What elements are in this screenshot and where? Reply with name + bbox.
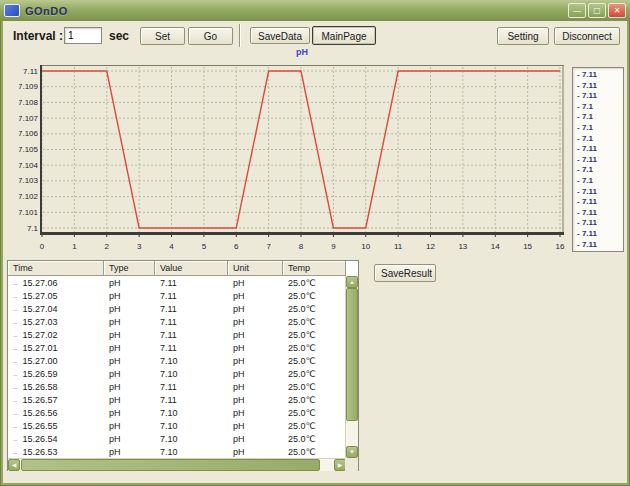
table-cell: 25.0℃ [283,382,346,392]
save-result-button[interactable]: SaveResult [374,264,436,282]
table-cell: –15.27.02 [8,330,104,340]
table-cell: –15.27.06 [8,278,104,288]
value-list-item[interactable]: - 7.1 [577,134,623,145]
table-cell: 25.0℃ [283,304,346,314]
table-cell: 25.0℃ [283,356,346,366]
value-list-item[interactable]: - 7.1 [577,176,623,187]
column-header-unit[interactable]: Unit [228,261,283,276]
table-row[interactable]: –15.26.58pH7.11pH25.0℃ [8,380,346,393]
tree-dash-icon: – [13,357,17,366]
table-row[interactable]: –15.26.55pH7.10pH25.0℃ [8,419,346,432]
x-axis-labels: 012345678910111213141516 [40,21,564,261]
y-tick-label: 7.104 [19,161,38,170]
titlebar: GOnDO — ▢ ✕ [0,0,630,21]
table-cell: 7.10 [155,447,228,457]
horizontal-scrollbar[interactable]: ◀ ▶ [8,458,346,471]
table-cell: 25.0℃ [283,291,346,301]
table-cell: pH [104,395,155,405]
x-tick-label: 3 [129,242,149,251]
table-cell: –15.26.57 [8,395,104,405]
close-button[interactable]: ✕ [608,3,626,18]
table-row[interactable]: –15.26.54pH7.10pH25.0℃ [8,432,346,445]
table-cell: pH [104,304,155,314]
client-area: Interval : sec Set Go SaveData MainPage … [3,21,627,483]
value-list[interactable]: - 7.11- 7.11- 7.11- 7.1- 7.1- 7.1- 7.1- … [572,67,624,252]
minimize-icon: — [573,6,581,15]
table-row[interactable]: –15.27.01pH7.11pH25.0℃ [8,341,346,354]
value-list-item[interactable]: - 7.11 [577,197,623,208]
value-list-item[interactable]: - 7.11 [577,81,623,92]
table-row[interactable]: –15.27.06pH7.11pH25.0℃ [8,276,346,289]
value-list-item[interactable]: - 7.1 [577,112,623,123]
value-list-item[interactable]: - 7.11 [577,187,623,198]
table-cell: 7.10 [155,408,228,418]
maximize-button[interactable]: ▢ [588,3,606,18]
tree-dash-icon: – [13,422,17,431]
horizontal-scroll-thumb[interactable] [21,459,320,471]
value-list-item[interactable]: - 7.1 [577,102,623,113]
x-tick-label: 5 [194,242,214,251]
value-list-item[interactable]: - 7.11 [577,91,623,102]
tree-dash-icon: – [13,370,17,379]
minimize-button[interactable]: — [568,3,586,18]
table-cell: –15.27.00 [8,356,104,366]
tree-dash-icon: – [13,305,17,314]
table-header: TimeTypeValueUnitTemp [8,261,346,276]
value-list-item[interactable]: - 7.1 [577,165,623,176]
value-list-item[interactable]: - 7.11 [577,155,623,166]
y-tick-label: 7.108 [19,98,38,107]
value-list-item[interactable]: - 7.11 [577,240,623,251]
table-row[interactable]: –15.27.02pH7.11pH25.0℃ [8,328,346,341]
value-list-item[interactable]: - 7.11 [577,144,623,155]
x-tick-label: 2 [97,242,117,251]
table-row[interactable]: –15.26.56pH7.10pH25.0℃ [8,406,346,419]
y-tick-label: 7.11 [19,67,38,76]
scroll-left-button[interactable]: ◀ [8,459,20,471]
table-cell: 7.11 [155,278,228,288]
vertical-scroll-thumb[interactable] [346,288,358,421]
x-tick-label: 15 [518,242,538,251]
table-cell: 25.0℃ [283,434,346,444]
table-cell: 7.11 [155,395,228,405]
value-list-item[interactable]: - 7.11 [577,218,623,229]
table-row[interactable]: –15.27.00pH7.10pH25.0℃ [8,354,346,367]
table-cell: 7.11 [155,343,228,353]
value-list-item[interactable]: - 7.11 [577,229,623,240]
column-header-temp[interactable]: Temp [283,261,346,276]
value-list-item[interactable]: - 7.11 [577,208,623,219]
table-cell: –15.27.04 [8,304,104,314]
column-header-type[interactable]: Type [104,261,155,276]
table-row[interactable]: –15.27.05pH7.11pH25.0℃ [8,289,346,302]
table-cell: 7.11 [155,382,228,392]
table-row[interactable]: –15.26.53pH7.10pH25.0℃ [8,445,346,458]
table-row[interactable]: –15.26.57pH7.11pH25.0℃ [8,393,346,406]
data-table: TimeTypeValueUnitTemp –15.27.06pH7.11pH2… [7,260,359,471]
vertical-scrollbar[interactable]: ▲ ▼ [345,276,358,458]
table-cell: –15.27.05 [8,291,104,301]
scroll-up-button[interactable]: ▲ [346,276,358,288]
y-tick-label: 7.101 [19,208,38,217]
table-cell: –15.26.54 [8,434,104,444]
tree-dash-icon: – [13,448,17,457]
app-window: GOnDO — ▢ ✕ Interval : sec Set Go SaveDa… [0,0,630,486]
x-tick-label: 11 [388,242,408,251]
table-row[interactable]: –15.27.04pH7.11pH25.0℃ [8,302,346,315]
table-cell: pH [228,317,283,327]
table-row[interactable]: –15.27.03pH7.11pH25.0℃ [8,315,346,328]
table-cell: pH [104,330,155,340]
value-list-item[interactable]: - 7.1 [577,123,623,134]
table-cell: pH [228,343,283,353]
table-cell: pH [104,291,155,301]
tree-dash-icon: – [13,279,17,288]
tree-dash-icon: – [13,396,17,405]
table-cell: pH [228,356,283,366]
scroll-down-button[interactable]: ▼ [346,446,358,458]
app-icon [4,4,20,17]
column-header-time[interactable]: Time [8,261,104,276]
table-row[interactable]: –15.26.59pH7.10pH25.0℃ [8,367,346,380]
table-cell: 25.0℃ [283,330,346,340]
value-list-item[interactable]: - 7.11 [577,70,623,81]
table-cell: 7.10 [155,421,228,431]
x-tick-label: 13 [453,242,473,251]
column-header-value[interactable]: Value [155,261,228,276]
